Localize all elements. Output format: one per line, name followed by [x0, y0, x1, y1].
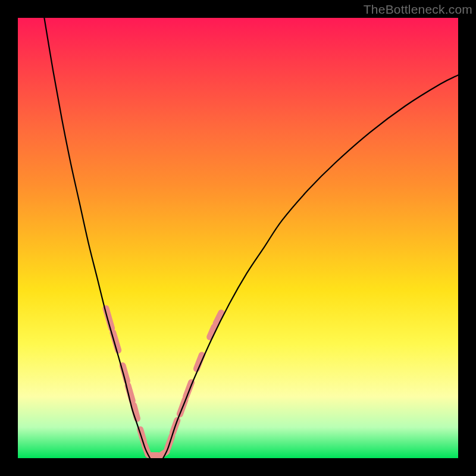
- right-branch-path: [163, 75, 458, 458]
- left-branch-path: [44, 18, 150, 458]
- watermark-text: TheBottleneck.com: [364, 2, 472, 17]
- highlight-dash: [186, 383, 192, 397]
- marker-layer: [106, 308, 221, 455]
- bottleneck-plot: [18, 18, 458, 458]
- chart-frame: [18, 18, 458, 458]
- curve-layer: [44, 18, 458, 458]
